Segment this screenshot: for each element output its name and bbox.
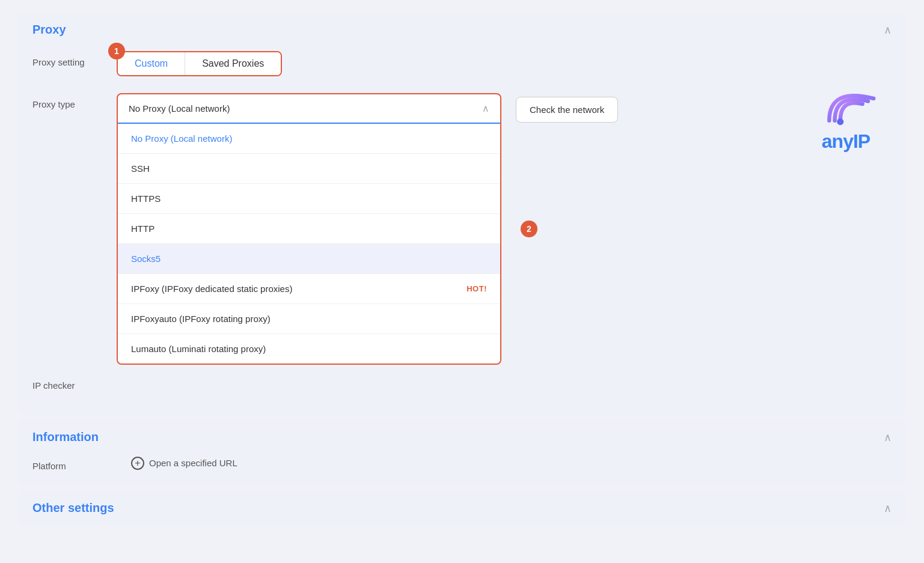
proxy-tab-group[interactable]: Custom Saved Proxies xyxy=(117,51,282,76)
badge-2: 2 xyxy=(521,221,537,237)
proxy-setting-row: Proxy setting 1 Custom Saved Proxies xyxy=(32,51,892,76)
proxy-type-row: Proxy type No Proxy (Local network) ∧ No… xyxy=(32,93,892,365)
proxy-chevron-up-icon[interactable]: ∧ xyxy=(884,23,892,37)
chevron-up-icon: ∧ xyxy=(482,103,489,114)
tab-saved-proxies[interactable]: Saved Proxies xyxy=(185,52,281,75)
dropdown-item-ipfoxy[interactable]: IPFoxy (IPFoxy dedicated static proxies)… xyxy=(118,274,500,304)
proxy-setting-label: Proxy setting xyxy=(32,51,117,67)
hot-badge: HOT! xyxy=(467,284,487,293)
check-network-button[interactable]: Check the network xyxy=(516,97,618,123)
dropdown-item[interactable]: No Proxy (Local network) xyxy=(118,124,500,154)
open-url-button[interactable]: + Open a specified URL xyxy=(131,457,237,470)
dropdown-item[interactable]: HTTP xyxy=(118,214,500,244)
plus-circle-icon: + xyxy=(131,457,144,470)
dropdown-item-ipfoxyauto[interactable]: IPFoxyauto (IPFoxy rotating proxy) xyxy=(118,304,500,334)
dropdown-selected-value[interactable]: No Proxy (Local network) ∧ xyxy=(118,94,500,124)
proxy-type-dropdown[interactable]: No Proxy (Local network) ∧ No Proxy (Loc… xyxy=(117,93,501,365)
dropdown-item-socks5[interactable]: Socks5 xyxy=(118,244,500,274)
dropdown-item[interactable]: HTTPS xyxy=(118,184,500,214)
platform-row: Platform + Open a specified URL xyxy=(32,455,892,471)
proxy-dropdown-list: No Proxy (Local network) SSH HTTPS HTTP xyxy=(118,124,500,364)
ip-checker-row: IP checker xyxy=(32,374,892,391)
other-settings-chevron-up-icon[interactable]: ∧ xyxy=(884,502,892,515)
badge-1: 1 xyxy=(108,43,125,59)
dropdown-item-lumauto[interactable]: Lumauto (Luminati rotating proxy) xyxy=(118,334,500,364)
proxy-section-title: Proxy xyxy=(32,23,66,37)
information-section-title: Information xyxy=(32,430,99,444)
information-chevron-up-icon[interactable]: ∧ xyxy=(884,431,892,444)
proxy-type-label: Proxy type xyxy=(32,93,117,109)
platform-label: Platform xyxy=(32,455,117,471)
other-settings-section: Other settings ∧ xyxy=(18,490,906,526)
information-section: Information ∧ Platform + Open a specifie… xyxy=(18,419,906,485)
other-settings-title: Other settings xyxy=(32,501,114,515)
dropdown-item[interactable]: SSH xyxy=(118,154,500,184)
ip-checker-label: IP checker xyxy=(32,374,117,391)
open-url-label: Open a specified URL xyxy=(149,458,237,468)
tab-custom[interactable]: Custom xyxy=(118,52,185,75)
